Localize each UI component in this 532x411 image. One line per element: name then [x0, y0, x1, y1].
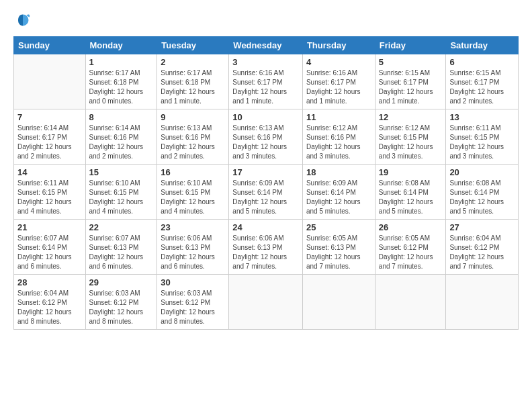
- calendar-week-row: 14Sunrise: 6:11 AM Sunset: 6:15 PM Dayli…: [14, 165, 519, 220]
- calendar-cell: 4Sunrise: 6:16 AM Sunset: 6:17 PM Daylig…: [302, 54, 375, 109]
- day-number: 7: [17, 112, 82, 122]
- day-number: 5: [379, 57, 443, 67]
- day-number: 19: [379, 167, 443, 177]
- weekday-header: Friday: [375, 37, 446, 54]
- day-info: Sunrise: 6:05 AM Sunset: 6:13 PM Dayligh…: [306, 234, 371, 271]
- day-info: Sunrise: 6:04 AM Sunset: 6:12 PM Dayligh…: [17, 289, 82, 326]
- day-number: 14: [17, 167, 82, 177]
- calendar-cell: 12Sunrise: 6:12 AM Sunset: 6:15 PM Dayli…: [375, 109, 446, 165]
- calendar-cell: [302, 275, 375, 330]
- day-info: Sunrise: 6:06 AM Sunset: 6:13 PM Dayligh…: [161, 234, 225, 271]
- calendar-cell: [446, 275, 519, 330]
- day-info: Sunrise: 6:16 AM Sunset: 6:17 PM Dayligh…: [232, 68, 299, 106]
- day-number: 25: [306, 222, 371, 232]
- day-number: 12: [379, 112, 443, 122]
- day-info: Sunrise: 6:06 AM Sunset: 6:13 PM Dayligh…: [232, 234, 299, 271]
- calendar-cell: 15Sunrise: 6:10 AM Sunset: 6:15 PM Dayli…: [85, 165, 157, 220]
- day-info: Sunrise: 6:12 AM Sunset: 6:16 PM Dayligh…: [306, 124, 371, 161]
- calendar-cell: 28Sunrise: 6:04 AM Sunset: 6:12 PM Dayli…: [14, 275, 86, 330]
- day-info: Sunrise: 6:16 AM Sunset: 6:17 PM Dayligh…: [306, 68, 371, 106]
- day-info: Sunrise: 6:17 AM Sunset: 6:18 PM Dayligh…: [161, 68, 225, 106]
- calendar-cell: 14Sunrise: 6:11 AM Sunset: 6:15 PM Dayli…: [14, 165, 86, 220]
- logo: [13, 11, 35, 30]
- calendar-cell: 16Sunrise: 6:10 AM Sunset: 6:15 PM Dayli…: [157, 165, 229, 220]
- day-info: Sunrise: 6:09 AM Sunset: 6:14 PM Dayligh…: [232, 179, 299, 216]
- header-row: SundayMondayTuesdayWednesdayThursdayFrid…: [14, 37, 519, 54]
- day-number: 20: [449, 167, 515, 177]
- calendar-cell: 24Sunrise: 6:06 AM Sunset: 6:13 PM Dayli…: [229, 220, 303, 275]
- day-info: Sunrise: 6:10 AM Sunset: 6:15 PM Dayligh…: [161, 179, 225, 216]
- logo-icon: [13, 11, 32, 30]
- calendar-cell: 18Sunrise: 6:09 AM Sunset: 6:14 PM Dayli…: [302, 165, 375, 220]
- calendar-cell: 1Sunrise: 6:17 AM Sunset: 6:18 PM Daylig…: [85, 54, 157, 109]
- calendar-cell: 11Sunrise: 6:12 AM Sunset: 6:16 PM Dayli…: [302, 109, 375, 165]
- calendar-week-row: 28Sunrise: 6:04 AM Sunset: 6:12 PM Dayli…: [14, 275, 519, 330]
- day-number: 24: [232, 222, 299, 232]
- day-number: 15: [89, 167, 154, 177]
- weekday-header: Wednesday: [229, 37, 303, 54]
- day-number: 26: [379, 222, 443, 232]
- calendar-week-row: 7Sunrise: 6:14 AM Sunset: 6:17 PM Daylig…: [14, 109, 519, 165]
- calendar-cell: 29Sunrise: 6:03 AM Sunset: 6:12 PM Dayli…: [85, 275, 157, 330]
- calendar-cell: [14, 54, 86, 109]
- calendar-cell: 10Sunrise: 6:13 AM Sunset: 6:16 PM Dayli…: [229, 109, 303, 165]
- day-number: 6: [449, 57, 515, 67]
- calendar-cell: 2Sunrise: 6:17 AM Sunset: 6:18 PM Daylig…: [157, 54, 229, 109]
- day-number: 27: [449, 222, 515, 232]
- calendar-cell: 13Sunrise: 6:11 AM Sunset: 6:15 PM Dayli…: [446, 109, 519, 165]
- day-number: 17: [232, 167, 299, 177]
- day-number: 9: [161, 112, 225, 122]
- calendar-cell: 27Sunrise: 6:04 AM Sunset: 6:12 PM Dayli…: [446, 220, 519, 275]
- day-info: Sunrise: 6:04 AM Sunset: 6:12 PM Dayligh…: [449, 234, 515, 271]
- calendar-cell: 20Sunrise: 6:08 AM Sunset: 6:14 PM Dayli…: [446, 165, 519, 220]
- weekday-header: Saturday: [446, 37, 519, 54]
- day-number: 1: [89, 57, 154, 67]
- header: [13, 11, 519, 30]
- day-info: Sunrise: 6:08 AM Sunset: 6:14 PM Dayligh…: [449, 179, 515, 216]
- day-info: Sunrise: 6:12 AM Sunset: 6:15 PM Dayligh…: [379, 124, 443, 161]
- day-number: 11: [306, 112, 371, 122]
- day-number: 23: [161, 222, 225, 232]
- day-info: Sunrise: 6:14 AM Sunset: 6:17 PM Dayligh…: [17, 124, 82, 161]
- day-info: Sunrise: 6:10 AM Sunset: 6:15 PM Dayligh…: [89, 179, 154, 216]
- day-number: 29: [89, 277, 154, 287]
- calendar-cell: 30Sunrise: 6:03 AM Sunset: 6:12 PM Dayli…: [157, 275, 229, 330]
- calendar-cell: [375, 275, 446, 330]
- day-info: Sunrise: 6:15 AM Sunset: 6:17 PM Dayligh…: [379, 68, 443, 106]
- weekday-header: Tuesday: [157, 37, 229, 54]
- day-info: Sunrise: 6:15 AM Sunset: 6:17 PM Dayligh…: [449, 68, 515, 106]
- calendar-cell: 7Sunrise: 6:14 AM Sunset: 6:17 PM Daylig…: [14, 109, 86, 165]
- day-info: Sunrise: 6:17 AM Sunset: 6:18 PM Dayligh…: [89, 68, 154, 106]
- day-info: Sunrise: 6:08 AM Sunset: 6:14 PM Dayligh…: [379, 179, 443, 216]
- day-number: 28: [17, 277, 82, 287]
- day-number: 3: [232, 57, 299, 67]
- calendar-cell: 9Sunrise: 6:13 AM Sunset: 6:16 PM Daylig…: [157, 109, 229, 165]
- day-number: 16: [161, 167, 225, 177]
- day-info: Sunrise: 6:07 AM Sunset: 6:14 PM Dayligh…: [17, 234, 82, 271]
- calendar: SundayMondayTuesdayWednesdayThursdayFrid…: [13, 36, 519, 330]
- calendar-cell: 19Sunrise: 6:08 AM Sunset: 6:14 PM Dayli…: [375, 165, 446, 220]
- weekday-header: Thursday: [302, 37, 375, 54]
- day-info: Sunrise: 6:11 AM Sunset: 6:15 PM Dayligh…: [17, 179, 82, 216]
- day-number: 22: [89, 222, 154, 232]
- day-info: Sunrise: 6:05 AM Sunset: 6:12 PM Dayligh…: [379, 234, 443, 271]
- calendar-week-row: 1Sunrise: 6:17 AM Sunset: 6:18 PM Daylig…: [14, 54, 519, 109]
- day-info: Sunrise: 6:03 AM Sunset: 6:12 PM Dayligh…: [161, 289, 225, 326]
- weekday-header: Sunday: [14, 37, 86, 54]
- day-number: 10: [232, 112, 299, 122]
- calendar-cell: 25Sunrise: 6:05 AM Sunset: 6:13 PM Dayli…: [302, 220, 375, 275]
- calendar-cell: 23Sunrise: 6:06 AM Sunset: 6:13 PM Dayli…: [157, 220, 229, 275]
- day-info: Sunrise: 6:13 AM Sunset: 6:16 PM Dayligh…: [232, 124, 299, 161]
- calendar-cell: [229, 275, 303, 330]
- day-info: Sunrise: 6:13 AM Sunset: 6:16 PM Dayligh…: [161, 124, 225, 161]
- calendar-cell: 26Sunrise: 6:05 AM Sunset: 6:12 PM Dayli…: [375, 220, 446, 275]
- day-number: 21: [17, 222, 82, 232]
- calendar-cell: 8Sunrise: 6:14 AM Sunset: 6:16 PM Daylig…: [85, 109, 157, 165]
- day-number: 2: [161, 57, 225, 67]
- day-number: 8: [89, 112, 154, 122]
- calendar-cell: 21Sunrise: 6:07 AM Sunset: 6:14 PM Dayli…: [14, 220, 86, 275]
- weekday-header: Monday: [85, 37, 157, 54]
- calendar-cell: 5Sunrise: 6:15 AM Sunset: 6:17 PM Daylig…: [375, 54, 446, 109]
- day-number: 30: [161, 277, 225, 287]
- calendar-week-row: 21Sunrise: 6:07 AM Sunset: 6:14 PM Dayli…: [14, 220, 519, 275]
